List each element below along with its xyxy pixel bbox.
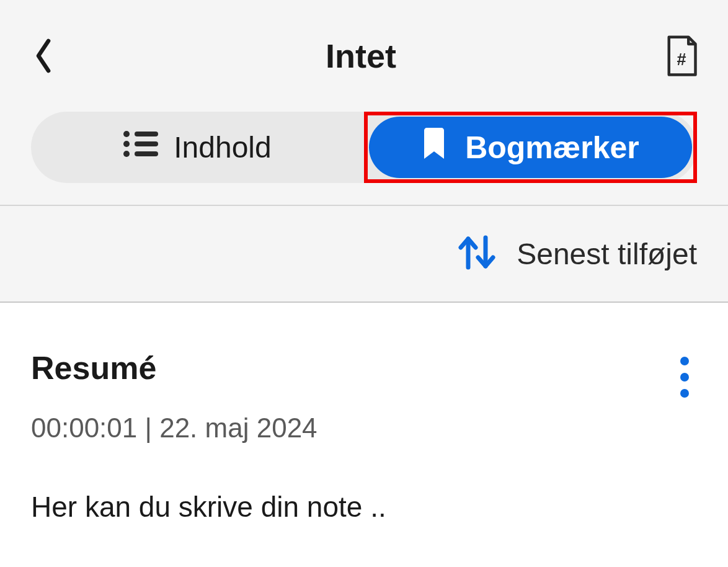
tab-content-label: Indhold <box>174 130 271 164</box>
list-icon <box>123 130 158 164</box>
bookmark-timestamp: 00:00:01 <box>31 413 137 443</box>
sort-arrows-icon <box>456 234 498 274</box>
tab-bar: Indhold Bogmærker <box>31 112 697 183</box>
dots-vertical-icon <box>680 355 690 400</box>
chevron-left-icon <box>33 37 53 75</box>
tab-bookmarks[interactable]: Bogmærker <box>364 112 697 183</box>
bookmark-meta: 00:00:01 | 22. maj 2024 <box>31 413 672 444</box>
more-options-button[interactable] <box>672 352 697 402</box>
svg-point-9 <box>680 357 689 365</box>
tab-content[interactable]: Indhold <box>31 112 364 183</box>
svg-rect-2 <box>135 132 158 136</box>
page-number-button[interactable]: # <box>663 34 700 78</box>
tab-bookmarks-label: Bogmærker <box>465 130 639 166</box>
bookmark-list: Resumé 00:00:01 | 22. maj 2024 Her kan d… <box>0 303 728 567</box>
page-title: Intet <box>326 37 396 75</box>
app-header: Intet # <box>0 0 728 105</box>
bookmark-date: 22. maj 2024 <box>159 413 317 443</box>
svg-point-11 <box>680 389 689 398</box>
sort-label: Senest tilføjet <box>517 237 697 271</box>
svg-point-5 <box>123 151 130 157</box>
back-button[interactable] <box>28 34 59 78</box>
svg-rect-6 <box>135 151 158 156</box>
svg-point-3 <box>123 141 130 147</box>
bookmark-item[interactable]: Resumé 00:00:01 | 22. maj 2024 Her kan d… <box>31 349 697 524</box>
page-hash-icon: # <box>665 35 698 77</box>
bookmark-icon <box>422 128 446 167</box>
bookmark-title: Resumé <box>31 349 672 386</box>
svg-point-10 <box>680 373 689 382</box>
svg-point-1 <box>123 131 130 137</box>
sort-bar[interactable]: Senest tilføjet <box>0 206 728 303</box>
svg-rect-4 <box>135 141 158 146</box>
bookmark-note: Her kan du skrive din note .. <box>31 490 672 524</box>
svg-text:#: # <box>677 50 686 69</box>
